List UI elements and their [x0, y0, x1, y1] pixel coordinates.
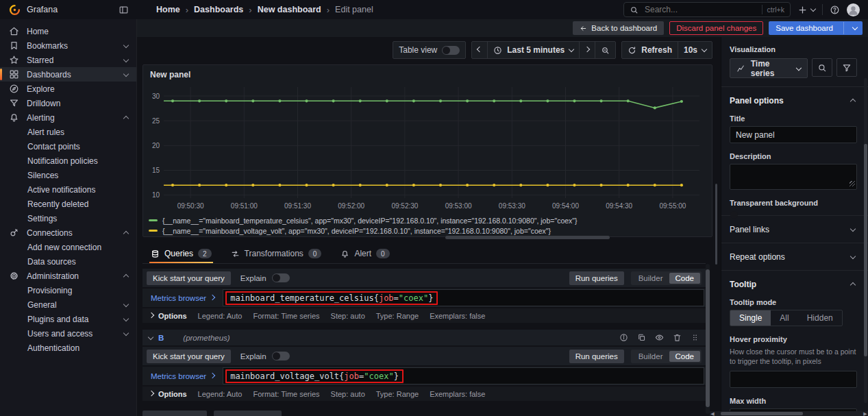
refresh-button[interactable]: Refresh — [622, 42, 678, 58]
metrics-browser-button[interactable]: Metrics browser — [142, 372, 223, 380]
time-range-picker[interactable]: Last 5 minutes — [487, 42, 579, 58]
mega-menu-toggle-icon[interactable] — [119, 5, 129, 15]
chart-plot-area[interactable]: 101520253009:50:3009:51:0009:51:3009:52:… — [143, 80, 712, 215]
breadcrumb-item-edit-panel[interactable]: Edit panel — [335, 5, 373, 14]
help-icon[interactable] — [830, 5, 840, 15]
code-mode-button[interactable]: Code — [669, 351, 701, 362]
queries-scrollbar[interactable] — [706, 264, 710, 414]
panel-description-input[interactable] — [730, 164, 857, 190]
viz-search-button[interactable] — [812, 58, 832, 77]
search-box[interactable]: ctrl+k — [623, 2, 791, 17]
kick-start-query-button[interactable]: Kick start your query — [147, 271, 231, 285]
delete-query-icon[interactable] — [673, 333, 682, 342]
add-expression-button[interactable]: Expression — [214, 411, 282, 416]
panel-title[interactable]: New panel — [143, 65, 712, 80]
drag-handle-icon[interactable] — [691, 333, 699, 342]
repeat-options-section-header[interactable]: Repeat options — [730, 252, 857, 262]
tab-alert[interactable]: Alert0 — [339, 244, 390, 263]
new-menu-button[interactable] — [797, 5, 815, 15]
panel-title-input[interactable] — [730, 126, 857, 143]
back-to-dashboard-button[interactable]: Back to dashboard — [573, 21, 664, 35]
sidebar-item-settings[interactable]: Settings — [0, 211, 136, 225]
visualization-select[interactable]: Time series — [730, 58, 808, 78]
builder-mode-button[interactable]: Builder — [632, 351, 669, 362]
table-view-toggle[interactable] — [442, 46, 460, 55]
kick-start-query-button[interactable]: Kick start your query — [147, 350, 231, 363]
tooltip-section-header[interactable]: Tooltip — [730, 280, 857, 289]
sidebar-item-home[interactable]: Home — [0, 24, 136, 38]
query-a-code-input[interactable]: mainboard_temperature_celsius{job="coex"… — [223, 289, 704, 306]
run-queries-button[interactable]: Run queries — [569, 271, 624, 285]
sidebar-item-contact-points[interactable]: Contact points — [0, 139, 136, 154]
tooltip-mode-single[interactable]: Single — [730, 310, 771, 326]
run-queries-button[interactable]: Run queries — [569, 350, 624, 363]
refresh-interval-picker[interactable]: 10s — [678, 42, 712, 58]
add-query-button[interactable]: Add query — [142, 411, 207, 416]
tooltip-mode-hidden[interactable]: Hidden — [798, 310, 842, 326]
sidebar-item-users-and-access[interactable]: Users and access — [0, 326, 136, 341]
query-b-code-input[interactable]: mainboard_voltage_volt{job="coex"} — [223, 367, 704, 384]
explain-toggle[interactable] — [272, 352, 290, 360]
sidebar-item-provisioning[interactable]: Provisioning — [0, 283, 136, 297]
discard-panel-changes-button[interactable]: Discard panel changes — [669, 21, 763, 35]
sidebar-item-starred[interactable]: Starred — [0, 53, 136, 67]
query-options-expand[interactable]: Options — [149, 390, 187, 398]
panel-links-section-header[interactable]: Panel links — [730, 225, 857, 234]
save-dashboard-button[interactable]: Save dashboard — [769, 21, 863, 35]
sidebar-item-recently-deleted[interactable]: Recently deleted — [0, 197, 136, 211]
options-pane-horizontal-scrollbar[interactable]: ◀ ▶ — [710, 411, 868, 416]
sidebar-item-general[interactable]: General — [0, 297, 136, 312]
query-options-expand[interactable]: Options — [149, 312, 187, 320]
code-mode-button[interactable]: Code — [669, 273, 701, 284]
metrics-browser-button[interactable]: Metrics browser — [142, 294, 223, 302]
table-view-control[interactable]: Table view — [393, 42, 465, 58]
panel-options-section-header[interactable]: Panel options — [730, 96, 857, 106]
zoom-out-button[interactable] — [595, 42, 615, 58]
disable-query-icon[interactable] — [655, 333, 664, 342]
save-options-caret[interactable] — [848, 27, 862, 29]
breadcrumb-item-new-dashboard[interactable]: New dashboard — [258, 5, 321, 14]
query-help-icon[interactable] — [619, 333, 628, 342]
sidebar-item-notification-policies[interactable]: Notification policies — [0, 154, 136, 168]
sidebar-item-authentication[interactable]: Authentication — [0, 341, 136, 355]
tab-queries[interactable]: Queries2 — [149, 244, 213, 263]
scroll-right-arrow[interactable]: ▶ — [863, 411, 868, 416]
grafana-logo-icon[interactable] — [9, 4, 21, 16]
sidebar-item-drilldown[interactable]: Drilldown — [0, 96, 136, 110]
sidebar-item-explore[interactable]: Explore — [0, 82, 136, 96]
tooltip-mode-all[interactable]: All — [771, 310, 797, 326]
sidebar-item-dashboards[interactable]: Dashboards — [0, 67, 136, 82]
sidebar-item-data-sources[interactable]: Data sources — [0, 254, 136, 269]
search-input[interactable] — [643, 4, 757, 15]
sidebar-item-add-new-connection[interactable]: Add new connection — [0, 240, 136, 254]
section-label: Panel options — [730, 96, 784, 106]
pane-splitter-handle[interactable] — [445, 236, 610, 239]
legend-item[interactable]: {__name__="mainboard_voltage_volt", app=… — [149, 225, 706, 236]
sidebar-item-bookmarks[interactable]: Bookmarks — [0, 38, 136, 53]
explain-toggle[interactable] — [272, 273, 290, 282]
avatar[interactable] — [847, 3, 860, 16]
visualization-row: Time series — [730, 58, 857, 78]
time-shift-forward-button[interactable] — [579, 42, 595, 58]
legend-item[interactable]: {__name__="mainboard_temperature_celsius… — [149, 215, 706, 225]
viz-filter-button[interactable] — [836, 58, 857, 77]
tab-transformations[interactable]: Transformations0 — [230, 244, 323, 263]
sidebar-item-administration[interactable]: Administration — [0, 269, 136, 283]
sidebar-item-active-notifications[interactable]: Active notifications — [0, 182, 136, 197]
sidebar-item-alert-rules[interactable]: Alert rules — [0, 125, 136, 139]
breadcrumb-item-home[interactable]: Home — [156, 5, 180, 14]
query-b-header[interactable]: B (prometheus) — [142, 330, 706, 345]
edit-area-scrollbar[interactable] — [715, 184, 717, 265]
builder-mode-button[interactable]: Builder — [632, 273, 669, 284]
sidebar-item-alerting[interactable]: Alerting — [0, 110, 136, 125]
sidebar-item-connections[interactable]: Connections — [0, 225, 136, 240]
breadcrumb-item-dashboards[interactable]: Dashboards — [194, 5, 243, 14]
sidebar-item-silences[interactable]: Silences — [0, 168, 136, 182]
options-pane-scrollbar[interactable] — [864, 78, 867, 403]
query-b-ref[interactable]: B — [158, 334, 164, 342]
hover-proximity-input[interactable] — [730, 371, 857, 388]
scroll-left-arrow[interactable]: ◀ — [710, 411, 715, 416]
duplicate-query-icon[interactable] — [637, 333, 646, 342]
sidebar-item-plugins-and-data[interactable]: Plugins and data — [0, 312, 136, 326]
time-shift-back-button[interactable] — [472, 42, 487, 58]
